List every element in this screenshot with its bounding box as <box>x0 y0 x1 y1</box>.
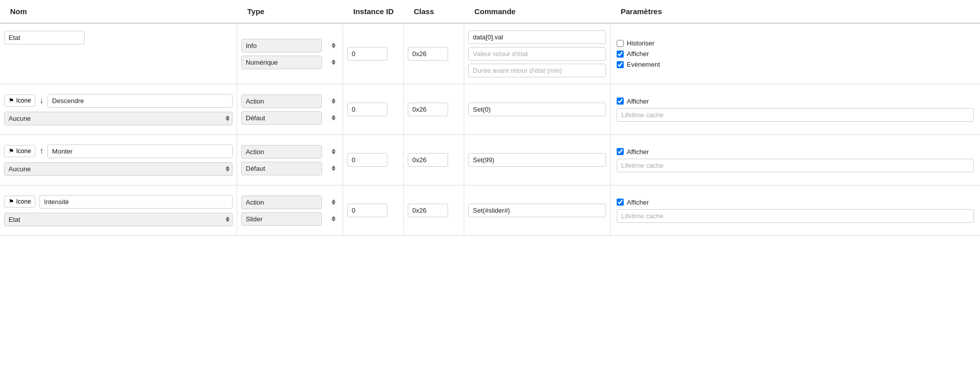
lifetime-input-2[interactable] <box>617 108 974 122</box>
nom-select-4[interactable]: Aucune Etat <box>4 213 233 226</box>
nom-cell-2: ⚑ Icone ↓ Aucune Etat <box>0 84 237 134</box>
commande-input1-1[interactable] <box>468 30 606 44</box>
nom-select-wrapper-3: Aucune Etat <box>4 162 233 176</box>
table-row: ⚑ Icone ↓ Aucune Etat Info Action Défaut <box>0 84 980 135</box>
flag-icon-4: ⚑ <box>9 198 14 205</box>
select-arrows-type2-2 <box>332 115 336 121</box>
params-cell-2: Afficher <box>611 84 980 134</box>
commande-input3-1[interactable] <box>468 64 606 77</box>
historiser-text: Historiser <box>627 39 655 47</box>
nom-select-wrapper-2: Aucune Etat <box>4 112 233 125</box>
afficher-checkbox-3[interactable] <box>617 148 624 155</box>
commande-cell-4 <box>464 185 611 235</box>
evenement-label[interactable]: Evénement <box>617 61 974 68</box>
type-select1-1[interactable]: Info Action <box>241 39 322 53</box>
afficher-label-2[interactable]: Afficher <box>617 98 974 105</box>
nom-select-2[interactable]: Aucune Etat <box>4 112 233 125</box>
icone-label-4: Icone <box>16 198 31 205</box>
name-input-4[interactable] <box>39 195 233 209</box>
up-arrow-icon-3: ↑ <box>39 147 43 156</box>
commande-input-2[interactable] <box>468 103 606 116</box>
icone-button-2[interactable]: ⚑ Icone <box>4 94 35 107</box>
type-cell-1: Info Action Numérique Binaire Texte <box>237 24 343 84</box>
nom-cell-4: ⚑ Icone Aucune Etat <box>0 185 237 235</box>
name-input-2[interactable] <box>47 94 233 108</box>
historiser-checkbox[interactable] <box>617 40 624 47</box>
type-select1-3[interactable]: Info Action <box>241 145 322 159</box>
type-select2-3[interactable]: Défaut Slider Message <box>241 162 322 175</box>
select-arrows-1 <box>332 43 336 49</box>
icon-row-2: ⚑ Icone ↓ <box>4 94 233 108</box>
table-row: ⚑ Icone Aucune Etat Info Action Défaut S… <box>0 185 980 236</box>
table-row: Info Action Numérique Binaire Texte Hist… <box>0 24 980 84</box>
select-arrows-type1-3 <box>332 149 336 155</box>
type-select2-wrapper-1: Numérique Binaire Texte <box>241 56 339 69</box>
nom-cell-3: ⚑ Icone ↑ Aucune Etat <box>0 135 237 185</box>
class-cell-3 <box>404 135 464 185</box>
class-cell-2 <box>404 84 464 134</box>
nom-cell-1 <box>0 24 237 84</box>
type-cell-4: Info Action Défaut Slider Message <box>237 185 343 235</box>
instance-input-1[interactable] <box>347 47 388 61</box>
class-input-4[interactable] <box>408 204 448 217</box>
commande-cell-2 <box>464 84 611 134</box>
type-select2-wrapper-3: Défaut Slider Message <box>241 162 339 175</box>
evenement-checkbox[interactable] <box>617 61 624 68</box>
class-input-3[interactable] <box>408 153 448 167</box>
lifetime-input-3[interactable] <box>617 159 974 172</box>
icone-button-3[interactable]: ⚑ Icone <box>4 145 35 157</box>
evenement-text: Evénement <box>627 61 660 68</box>
instance-cell-1 <box>343 24 404 84</box>
historiser-label[interactable]: Historiser <box>617 39 974 47</box>
type-select1-wrapper-1: Info Action <box>241 39 339 53</box>
instance-cell-2 <box>343 84 404 134</box>
afficher-text-2: Afficher <box>627 98 649 105</box>
instance-input-4[interactable] <box>347 204 388 217</box>
commande-input-3[interactable] <box>468 153 606 167</box>
type-select2-wrapper-2: Défaut Slider Message <box>241 111 339 125</box>
type-cell-2: Info Action Défaut Slider Message <box>237 84 343 134</box>
down-arrow-icon-2: ↓ <box>39 96 43 105</box>
select-arrows-type1-2 <box>332 99 336 104</box>
header-type: Type <box>243 4 349 19</box>
instance-cell-4 <box>343 185 404 235</box>
name-input-3[interactable] <box>47 145 233 158</box>
lifetime-input-4[interactable] <box>617 209 974 223</box>
type-select1-2[interactable]: Info Action <box>241 94 322 108</box>
type-select2-2[interactable]: Défaut Slider Message <box>241 111 322 125</box>
type-select2-1[interactable]: Numérique Binaire Texte <box>241 56 322 69</box>
instance-cell-3 <box>343 135 404 185</box>
select-arrows-2 <box>332 60 336 65</box>
type-cell-3: Info Action Défaut Slider Message <box>237 135 343 185</box>
nom-select-wrapper-4: Aucune Etat <box>4 213 233 226</box>
params-cell-1: Historiser Afficher Evénement <box>611 24 980 84</box>
flag-icon-3: ⚑ <box>9 148 14 155</box>
nom-input-1[interactable] <box>4 31 85 44</box>
header-instance-id: Instance ID <box>349 4 410 19</box>
commande-input2-1[interactable] <box>468 47 606 61</box>
afficher-text-3: Afficher <box>627 148 649 156</box>
afficher-label-4[interactable]: Afficher <box>617 199 974 206</box>
select-arrows-type2-4 <box>332 216 336 222</box>
commande-input-4[interactable] <box>468 204 606 217</box>
class-input-2[interactable] <box>408 103 448 116</box>
icon-row-3: ⚑ Icone ↑ <box>4 145 233 158</box>
header-nom: Nom <box>6 4 243 19</box>
class-input-1[interactable] <box>408 47 448 61</box>
afficher-checkbox-1[interactable] <box>617 51 624 58</box>
commande-cell-1 <box>464 24 611 84</box>
instance-input-3[interactable] <box>347 153 388 167</box>
nom-select-3[interactable]: Aucune Etat <box>4 162 233 176</box>
icone-button-4[interactable]: ⚑ Icone <box>4 196 35 208</box>
header-commande: Commande <box>470 4 617 19</box>
flag-icon-2: ⚑ <box>9 97 14 104</box>
afficher-label-3[interactable]: Afficher <box>617 148 974 156</box>
icon-row-4: ⚑ Icone <box>4 195 233 209</box>
icone-label-2: Icone <box>16 97 31 104</box>
afficher-checkbox-4[interactable] <box>617 199 624 206</box>
type-select2-4[interactable]: Défaut Slider Message <box>241 212 322 226</box>
instance-input-2[interactable] <box>347 103 388 116</box>
afficher-checkbox-2[interactable] <box>617 98 624 105</box>
type-select1-4[interactable]: Info Action <box>241 196 322 209</box>
afficher-label-1[interactable]: Afficher <box>617 50 974 58</box>
